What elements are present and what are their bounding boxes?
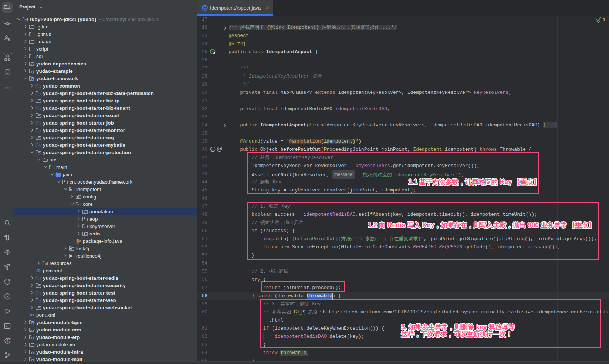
svg-text:m: m xyxy=(211,147,214,152)
svg-text:?: ? xyxy=(9,38,10,41)
